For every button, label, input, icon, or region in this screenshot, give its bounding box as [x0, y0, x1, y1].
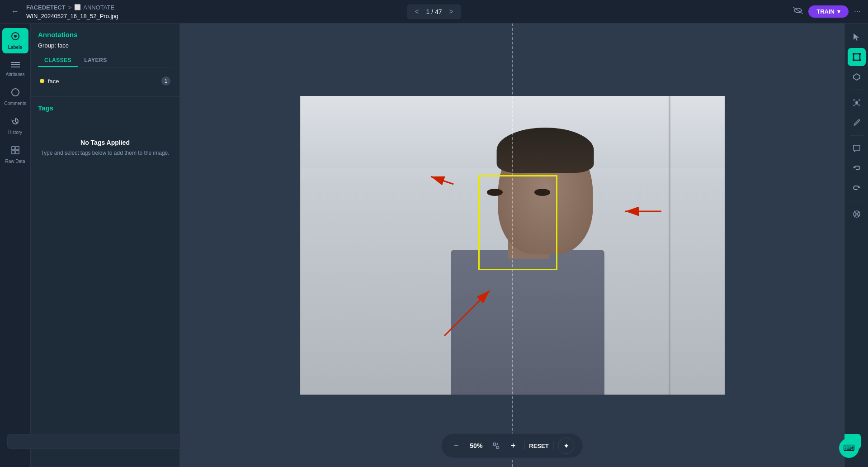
canvas-area[interactable]: − 50% + RESET ✦ — [180, 24, 844, 467]
fit-view-button[interactable] — [490, 439, 502, 452]
door-edge — [669, 96, 670, 395]
svg-line-33 — [857, 104, 859, 105]
svg-point-1 — [14, 35, 17, 38]
svg-rect-7 — [16, 147, 19, 150]
train-button[interactable]: TRAIN ▾ — [808, 5, 849, 18]
raw-data-icon — [11, 146, 20, 157]
svg-point-5 — [12, 89, 19, 96]
tags-section: Tags No Tags Applied Type and select tag… — [31, 97, 179, 467]
no-tags-area: No Tags Applied Type and select tags bel… — [38, 139, 172, 157]
svg-line-32 — [855, 104, 857, 105]
no-tags-description: Type and select tags below to add them t… — [38, 149, 172, 157]
eyes-area — [487, 189, 550, 196]
comments-icon — [11, 88, 20, 99]
hide-labels-button[interactable] — [793, 7, 803, 16]
pagination-control: < 1 / 47 > — [407, 5, 461, 19]
class-item-left: face — [40, 78, 59, 85]
next-image-button[interactable]: > — [449, 8, 453, 16]
polygon-tool-button[interactable] — [848, 68, 866, 86]
top-navigation: ← FACEDETECT > ⬜ ANNOTATE WIN_20240527_1… — [0, 0, 868, 24]
history-icon — [11, 117, 20, 128]
svg-rect-23 — [853, 59, 854, 61]
comments-sidebar-label: Comments — [4, 101, 26, 106]
wall-line — [300, 96, 301, 395]
group-label: Group: face — [38, 42, 172, 49]
sidebar-item-labels[interactable]: Labels — [2, 28, 28, 53]
breadcrumb: FACEDETECT > ⬜ ANNOTATE — [26, 4, 118, 11]
breadcrumb-separator: > — [68, 4, 72, 11]
svg-point-26 — [853, 99, 855, 101]
toolbar-divider-1 — [524, 441, 524, 450]
sidebar-item-raw-data[interactable]: Raw Data — [2, 142, 28, 167]
tool-divider-1 — [850, 90, 863, 90]
svg-line-30 — [855, 101, 857, 101]
breadcrumb-area: ← FACEDETECT > ⬜ ANNOTATE WIN_20240527_1… — [7, 4, 118, 19]
zoom-level-label: 50% — [467, 442, 485, 449]
reset-zoom-button[interactable]: RESET — [529, 443, 548, 449]
prev-image-button[interactable]: < — [415, 8, 419, 16]
class-name-label: face — [48, 78, 59, 85]
class-color-dot — [40, 79, 44, 83]
sidebar-item-history[interactable]: History — [2, 113, 28, 138]
redo-button[interactable] — [848, 179, 866, 197]
svg-point-25 — [855, 101, 858, 104]
magic-tool-button[interactable]: ✦ — [558, 438, 575, 454]
brush-tool-button[interactable] — [848, 114, 866, 132]
group-key: Group: — [38, 42, 56, 49]
person-body — [451, 250, 604, 395]
svg-rect-17 — [496, 446, 499, 448]
layers-tab[interactable]: LAYERS — [78, 54, 113, 67]
raw-data-sidebar-label: Raw Data — [5, 159, 25, 164]
no-tags-title: No Tags Applied — [38, 139, 172, 146]
undo-button[interactable] — [848, 159, 866, 177]
svg-line-31 — [857, 101, 859, 101]
zoom-in-button[interactable]: + — [507, 439, 519, 452]
pagination-area: < 1 / 47 > — [407, 5, 461, 19]
svg-point-27 — [859, 99, 860, 101]
class-count-badge: 1 — [161, 76, 170, 86]
right-eye — [534, 189, 550, 196]
sidebar-item-comments[interactable]: Comments — [2, 84, 28, 110]
project-name: FACEDETECT — [26, 4, 66, 11]
annotate-icon: ⬜ — [74, 4, 81, 10]
cursor-tool-button[interactable] — [848, 28, 866, 46]
bottom-toolbar: − 50% + RESET ✦ — [441, 434, 583, 458]
train-chevron: ▾ — [837, 8, 840, 15]
keyboard-icon: ⌨ — [843, 443, 855, 453]
annotate-label: ANNOTATE — [83, 4, 114, 11]
keyboard-shortcut-button[interactable]: ⌨ — [839, 438, 859, 458]
sidebar-item-attributes[interactable]: Attributes — [2, 57, 28, 81]
toolbar-divider-2 — [553, 441, 554, 450]
annotations-section: Annotations Group: face CLASSES LAYERS f… — [31, 24, 179, 97]
labels-sidebar-label: Labels — [8, 45, 23, 50]
zoom-out-button[interactable]: − — [450, 439, 462, 452]
svg-rect-16 — [493, 443, 495, 445]
back-button[interactable]: ← — [7, 5, 23, 18]
ai-tool-button[interactable] — [848, 94, 866, 112]
more-options-button[interactable]: ··· — [854, 7, 861, 16]
annotate-breadcrumb: ⬜ ANNOTATE — [74, 4, 114, 11]
tool-divider-2 — [850, 135, 863, 136]
annotations-title: Annotations — [38, 31, 172, 38]
history-sidebar-label: History — [8, 130, 22, 135]
train-label: TRAIN — [816, 8, 835, 15]
svg-rect-6 — [12, 147, 15, 150]
tags-title: Tags — [38, 104, 172, 112]
comment-tool-button[interactable] — [848, 139, 866, 157]
group-value: face — [57, 42, 69, 49]
filename-label: WIN_20240527_16_18_52_Pro.jpg — [26, 13, 118, 19]
pagination-text: 1 / 47 — [426, 8, 442, 15]
svg-rect-24 — [859, 59, 861, 61]
svg-rect-8 — [12, 151, 15, 154]
svg-point-28 — [853, 105, 855, 106]
class-item-face[interactable]: face 1 — [38, 73, 172, 89]
annotation-image — [300, 96, 725, 395]
attributes-sidebar-label: Attributes — [5, 72, 24, 77]
svg-rect-21 — [853, 53, 854, 55]
person-hair — [497, 128, 594, 173]
right-tool-panel — [844, 24, 868, 467]
compass-tool-button[interactable] — [848, 205, 866, 223]
left-eye — [487, 189, 503, 196]
bounding-box-tool-button[interactable] — [848, 48, 866, 66]
classes-tab[interactable]: CLASSES — [38, 54, 78, 67]
